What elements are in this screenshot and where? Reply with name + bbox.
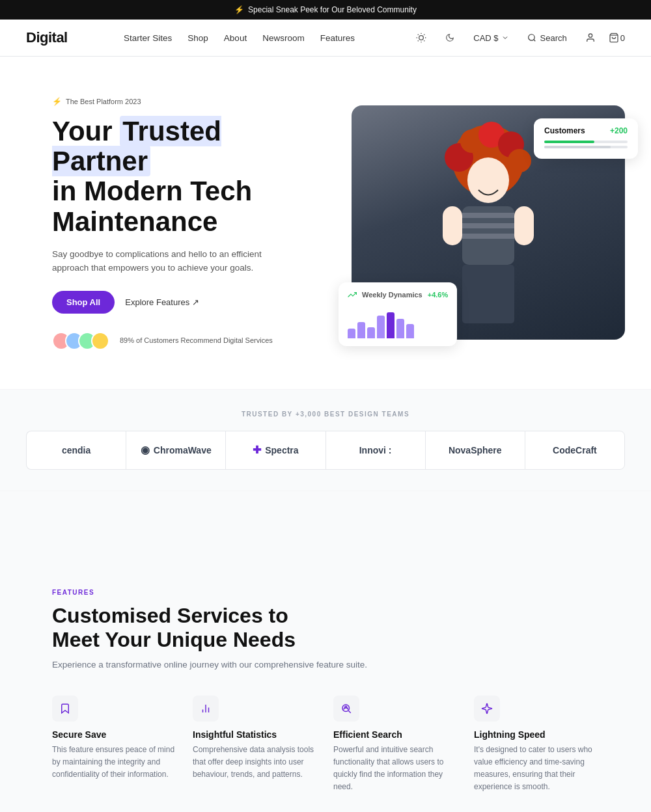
search-icon: [527, 33, 536, 42]
customers-progress-bar-1: [544, 141, 628, 143]
chart-bar-7: [406, 324, 414, 339]
features-tag: FEATURES: [52, 589, 599, 596]
currency-label: CAD $: [473, 33, 498, 43]
trusted-label: TRUSTED BY +3,000 BEST DESIGN TEAMS: [26, 411, 625, 418]
brand-chromawave-name: ChromaWave: [154, 445, 212, 455]
brand-innovi-name: Innovi :: [359, 445, 392, 455]
hero-section: ⚡ The Best Platform 2023 Your Trusted Pa…: [0, 57, 651, 389]
brand-novasphere: NovaSphere: [425, 431, 525, 470]
svg-point-9: [528, 34, 534, 40]
weekly-dynamics-card: Weekly Dynamics +4.6%: [339, 282, 457, 346]
feature-insightful-statistics-name: Insightful Statistics: [193, 729, 318, 740]
customers-card-count: +200: [610, 126, 628, 135]
svg-point-0: [419, 36, 424, 40]
feature-lightning-speed: Lightning Speed It's designed to cater t…: [474, 696, 599, 794]
bar-chart-icon: [200, 703, 212, 714]
feature-efficient-search-desc: Powerful and intuitive search functional…: [333, 744, 458, 794]
svg-line-4: [424, 40, 424, 41]
features-title: Customised Services to Meet Your Unique …: [52, 604, 312, 652]
search-button[interactable]: Search: [522, 31, 572, 46]
chart-bar-2: [357, 322, 365, 338]
hero-title: Your Trusted Partner in Modern TechMaint…: [52, 116, 326, 237]
header-right: CAD $ Search 0: [411, 27, 625, 48]
chart-bar-4: [377, 316, 385, 338]
cart-button[interactable]: 0: [609, 27, 625, 48]
customers-card-title: Customers: [544, 126, 585, 135]
hero-left: ⚡ The Best Platform 2023 Your Trusted Pa…: [52, 96, 326, 350]
features-grid: Secure Save This feature ensures peace o…: [52, 696, 599, 812]
features-description: Experience a transformative online journ…: [52, 660, 599, 670]
brand-spectra-name: Spectra: [265, 445, 298, 455]
feature-secure-save-desc: This feature ensures peace of mind by ma…: [52, 744, 177, 781]
badge-text: The Best Platform 2023: [66, 98, 141, 105]
insightful-statistics-icon-wrap: [193, 696, 219, 722]
nav-starter-sites[interactable]: Starter Sites: [124, 33, 172, 43]
features-section: FEATURES Customised Services to Meet You…: [0, 491, 651, 812]
hero-title-line1: Your: [52, 116, 120, 146]
feature-secure-save: Secure Save This feature ensures peace o…: [52, 696, 177, 794]
customers-progress-fill-1: [544, 141, 594, 143]
chevron-down-icon: [501, 34, 509, 42]
trusted-section: TRUSTED BY +3,000 BEST DESIGN TEAMS cend…: [0, 389, 651, 491]
feature-insightful-statistics: Insightful Statistics Comprehensive data…: [193, 696, 318, 794]
hero-description: Say goodbye to complications and hello t…: [52, 247, 286, 275]
svg-line-7: [418, 40, 419, 41]
spectra-icon: ✚: [253, 444, 261, 456]
svg-rect-24: [443, 206, 462, 245]
svg-line-3: [418, 34, 419, 35]
brand-spectra: ✚ Spectra: [225, 431, 325, 470]
brightness-icon-button[interactable]: [411, 27, 432, 48]
dynamics-card-percentage: +4.6%: [428, 291, 449, 299]
brand-novasphere-name: NovaSphere: [449, 445, 502, 455]
logo[interactable]: Digital: [26, 29, 68, 46]
dark-mode-icon-button[interactable]: [439, 27, 460, 48]
rocket-icon: [481, 703, 493, 714]
avatar-4: [91, 332, 109, 350]
hero-actions: Shop All Explore Features ↗: [52, 291, 326, 314]
nav-newsroom[interactable]: Newsroom: [262, 33, 305, 43]
feature-efficient-search: Efficient Search Powerful and intuitive …: [333, 696, 458, 794]
nav-features[interactable]: Features: [320, 33, 355, 43]
chart-bar-3: [367, 327, 375, 339]
top-banner: ⚡ Special Sneak Peek for Our Beloved Com…: [0, 0, 651, 20]
header: Digital Starter Sites Shop About Newsroo…: [0, 20, 651, 57]
chart-bar-1: [348, 329, 355, 338]
lightning-icon: ⚡: [234, 5, 244, 14]
brand-innovi: Innovi :: [326, 431, 425, 470]
feature-lightning-speed-desc: It's designed to cater to users who valu…: [474, 744, 599, 794]
customers-card: Customers +200: [534, 118, 638, 159]
account-icon-button[interactable]: [580, 27, 601, 48]
cart-count: 0: [620, 33, 625, 43]
user-icon: [585, 33, 596, 43]
bookmark-icon: [59, 703, 71, 714]
shop-all-button[interactable]: Shop All: [52, 291, 115, 314]
hero-right: Customers +200 Weekly Dynamics +4.6%: [352, 105, 625, 340]
banner-text: Special Sneak Peek for Our Beloved Commu…: [248, 5, 417, 14]
feature-efficient-search-name: Efficient Search: [333, 729, 458, 740]
feature-insightful-statistics-desc: Comprehensive data analysis tools that o…: [193, 744, 318, 781]
brand-cendia: cendia: [26, 431, 126, 470]
trend-up-icon: [348, 290, 357, 299]
search-person-icon: [340, 703, 352, 714]
explore-features-button[interactable]: Explore Features ↗: [125, 297, 199, 307]
feature-secure-save-name: Secure Save: [52, 729, 177, 740]
currency-selector[interactable]: CAD $: [468, 31, 514, 46]
efficient-search-icon-wrap: [333, 696, 359, 722]
nav-shop[interactable]: Shop: [187, 33, 208, 43]
nav-about[interactable]: About: [224, 33, 247, 43]
brand-codecraft-name: CodeCraft: [553, 445, 597, 455]
hero-title-line2: in Modern TechMaintenance: [52, 176, 252, 236]
svg-rect-25: [514, 206, 534, 245]
cart-icon: [609, 33, 619, 43]
customers-progress-bar-2: [544, 146, 628, 148]
hero-social-proof: 89% of Customers Recommend Digital Servi…: [52, 332, 326, 350]
lightning-speed-icon-wrap: [474, 696, 500, 722]
customers-progress-fill-2: [544, 146, 611, 148]
avatar-group: [52, 332, 104, 350]
svg-line-10: [533, 40, 535, 42]
brand-cendia-name: cendia: [62, 445, 90, 455]
mini-bar-chart: [348, 306, 448, 338]
svg-point-19: [467, 157, 509, 203]
social-proof-text: 89% of Customers Recommend Digital Servi…: [120, 336, 273, 345]
svg-rect-21: [462, 213, 514, 218]
